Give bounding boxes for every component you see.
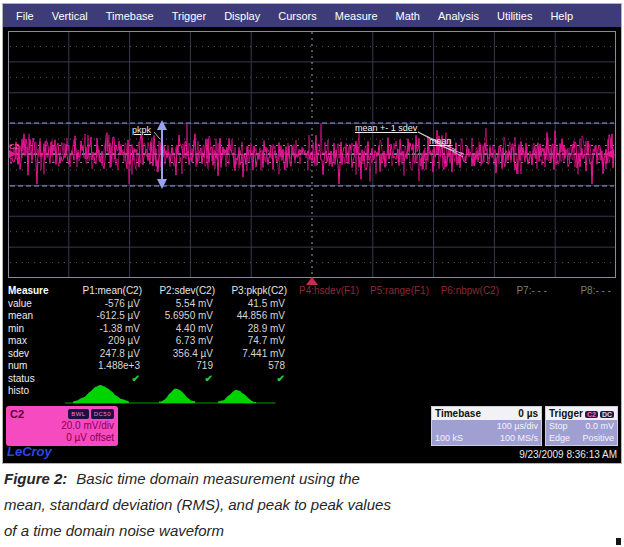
- svg-text:C2: C2: [9, 142, 20, 151]
- trigger-badge-c2: C2: [585, 411, 598, 418]
- measure-min-p6: [433, 323, 503, 336]
- measure-row-label-max: max: [6, 335, 62, 348]
- measure-sdev-p3: 7.441 mV: [219, 348, 291, 361]
- timebase-samples: 100 kS: [435, 432, 463, 444]
- caption-line-3: of a time domain noise waveform: [4, 518, 616, 544]
- param-column-header-p4[interactable]: P4:hsdev(F1): [291, 285, 363, 298]
- menu-item-file[interactable]: File: [7, 10, 43, 22]
- menu-item-analysis[interactable]: Analysis: [429, 10, 488, 22]
- measure-sdev-p7: [503, 348, 551, 361]
- caption-line-1: Basic time domain measurement using the: [76, 470, 359, 487]
- param-column-header-p5[interactable]: P5:range(F1): [363, 285, 433, 298]
- measure-mean-p7: [503, 310, 551, 323]
- waveform-plot: C2: [8, 31, 616, 278]
- measure-max-p2: 6.73 mV: [146, 335, 219, 348]
- measure-row-label-mean: mean: [6, 310, 62, 323]
- page: FileVerticalTimebaseTriggerDisplayCursor…: [0, 0, 624, 547]
- measure-sdev-p6: [433, 348, 503, 361]
- measure-mean-p5: [363, 310, 433, 323]
- measure-value-p8: [551, 298, 615, 311]
- measure-sdev-p1: 247.8 µV: [62, 348, 146, 361]
- measure-sdev-p5: [363, 348, 433, 361]
- menu-item-utilities[interactable]: Utilities: [488, 10, 541, 22]
- measure-row-label-status: status: [6, 373, 62, 386]
- measure-value-p1: -576 µV: [62, 298, 146, 311]
- menu-item-measure[interactable]: Measure: [326, 10, 387, 22]
- measure-mean-p3: 44.856 mV: [219, 310, 291, 323]
- figure-label: Figure 2:: [4, 470, 67, 487]
- timebase-descriptor[interactable]: Timebase 0 µs 100 µs/div 100 kS 100 MS/s: [431, 406, 542, 446]
- channel-c2-descriptor[interactable]: C2 BWLDC50 20.0 mV/div 0 µV offset: [6, 406, 118, 446]
- trigger-type: Edge: [549, 432, 570, 444]
- trigger-title: Trigger: [549, 408, 583, 419]
- measure-sdev-p8: [551, 348, 615, 361]
- waveform-grid: C2 pkpk mean +- 1 sdev mean: [8, 31, 616, 278]
- measure-row-label-num: num: [6, 360, 62, 373]
- mean-sdev-annotation: mean +- 1 sdev: [355, 123, 417, 133]
- menu-item-timebase[interactable]: Timebase: [97, 10, 163, 22]
- channel-badge-bwl: BWL: [68, 409, 89, 419]
- measure-num-p5: [363, 360, 433, 373]
- measure-max-p4: [291, 335, 363, 348]
- menu-item-help[interactable]: Help: [541, 10, 582, 22]
- measure-histo-p5: [363, 385, 433, 398]
- mean-annotation: mean: [429, 136, 452, 146]
- measure-num-p2: 719: [146, 360, 219, 373]
- param-column-header-p1[interactable]: P1:mean(C2): [62, 285, 146, 298]
- trigger-position-marker-icon[interactable]: [306, 277, 318, 285]
- measure-min-p4: [291, 323, 363, 336]
- measure-row-label-min: min: [6, 323, 62, 336]
- measure-min-p3: 28.9 mV: [219, 323, 291, 336]
- measure-status-p8: [551, 373, 615, 386]
- pkpk-annotation: pkpk: [132, 125, 151, 135]
- measure-mean-p4: [291, 310, 363, 323]
- measure-min-p2: 4.40 mV: [146, 323, 219, 336]
- param-column-header-p8[interactable]: P8:- - -: [551, 285, 615, 298]
- menu-bar: FileVerticalTimebaseTriggerDisplayCursor…: [3, 4, 621, 27]
- measure-num-p1: 1.488e+3: [62, 360, 146, 373]
- measure-table-title: Measure: [6, 285, 62, 298]
- param-column-header-p7[interactable]: P7:- - -: [503, 285, 551, 298]
- measure-value-p6: [433, 298, 503, 311]
- menu-item-math[interactable]: Math: [387, 10, 429, 22]
- measure-max-p8: [551, 335, 615, 348]
- measure-sdev-p4: [291, 348, 363, 361]
- caption-line-2: mean, standard deviation (RMS), and peak…: [4, 492, 616, 518]
- measure-histo-p8: [551, 385, 615, 398]
- menu-item-vertical[interactable]: Vertical: [43, 10, 97, 22]
- trigger-descriptor[interactable]: Trigger C2DC Stop 0.0 mV Edge Positive: [545, 406, 618, 446]
- measure-mean-p8: [551, 310, 615, 323]
- timebase-delay: 0 µs: [518, 408, 538, 419]
- text-cursor-mark: [616, 538, 621, 545]
- timebase-rate: 100 MS/s: [500, 432, 538, 444]
- measure-row-label-sdev: sdev: [6, 348, 62, 361]
- measure-max-p6: [433, 335, 503, 348]
- measure-sdev-p2: 356.4 µV: [146, 348, 219, 361]
- measure-value-p3: 41.5 mV: [219, 298, 291, 311]
- measure-num-p3: 578: [219, 360, 291, 373]
- measure-row-label-histo: histo: [6, 385, 62, 398]
- menu-item-display[interactable]: Display: [215, 10, 269, 22]
- trigger-level: 0.0 mV: [585, 420, 614, 432]
- param-column-header-p6[interactable]: P6:nbpw(C2): [433, 285, 503, 298]
- figure-caption: Figure 2:Basic time domain measurement u…: [4, 466, 616, 544]
- channel-name: C2: [10, 408, 24, 420]
- measure-min-p7: [503, 323, 551, 336]
- oscilloscope-screenshot: FileVerticalTimebaseTriggerDisplayCursor…: [2, 3, 622, 464]
- param-column-header-p2[interactable]: P2:sdev(C2): [146, 285, 219, 298]
- measure-histo-p4: [291, 385, 363, 398]
- param-column-header-p3[interactable]: P3:pkpk(C2): [219, 285, 291, 298]
- menu-item-cursors[interactable]: Cursors: [269, 10, 326, 22]
- measure-min-p1: -1.38 mV: [62, 323, 146, 336]
- timebase-per-div: 100 µs/div: [497, 420, 538, 432]
- trigger-slope: Positive: [582, 432, 614, 444]
- measure-value-p5: [363, 298, 433, 311]
- measure-status-p5: [363, 373, 433, 386]
- trigger-mode: Stop: [549, 420, 568, 432]
- menu-item-trigger[interactable]: Trigger: [163, 10, 215, 22]
- measure-histo-p6: [433, 385, 503, 398]
- trigger-badges: C2DC: [583, 408, 614, 419]
- measure-min-p5: [363, 323, 433, 336]
- measure-max-p3: 74.7 mV: [219, 335, 291, 348]
- measure-num-p4: [291, 360, 363, 373]
